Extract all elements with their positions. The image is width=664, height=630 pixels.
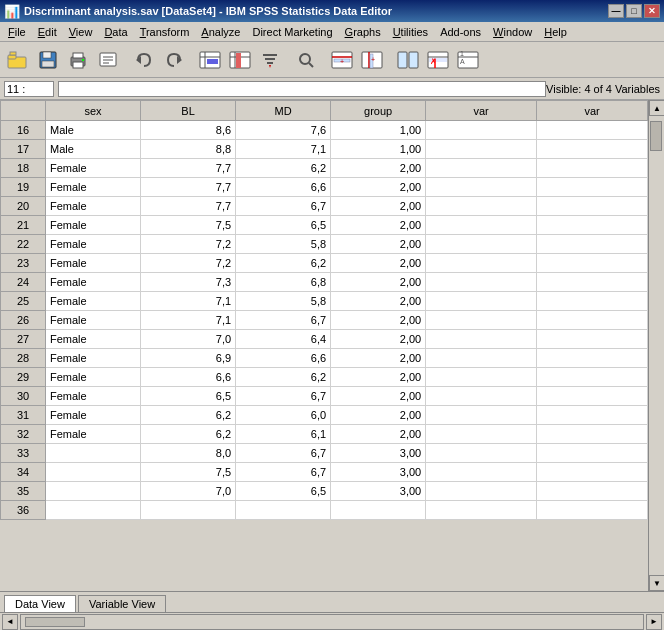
cell-var2[interactable] [537, 444, 648, 463]
row-number-cell[interactable]: 24 [1, 273, 46, 292]
row-number-cell[interactable]: 26 [1, 311, 46, 330]
cell-var1[interactable] [426, 216, 537, 235]
cell-group[interactable]: 2,00 [331, 349, 426, 368]
cell-group[interactable]: 2,00 [331, 425, 426, 444]
cell-group[interactable]: 2,00 [331, 292, 426, 311]
cell-MD[interactable]: 6,6 [236, 178, 331, 197]
value-labels-button[interactable]: 1A [454, 46, 482, 74]
cell-MD[interactable]: 6,0 [236, 406, 331, 425]
cell-MD[interactable]: 7,6 [236, 121, 331, 140]
row-number-cell[interactable]: 21 [1, 216, 46, 235]
split-file-button[interactable] [394, 46, 422, 74]
cell-group[interactable]: 2,00 [331, 273, 426, 292]
row-number-cell[interactable]: 34 [1, 463, 46, 482]
cell-MD[interactable]: 6,2 [236, 159, 331, 178]
col-header-MD[interactable]: MD [236, 101, 331, 121]
cell-var2[interactable] [537, 482, 648, 501]
cell-var2[interactable] [537, 349, 648, 368]
cell-group[interactable]: 3,00 [331, 463, 426, 482]
row-number-cell[interactable]: 16 [1, 121, 46, 140]
cell-var1[interactable] [426, 463, 537, 482]
cell-var1[interactable] [426, 444, 537, 463]
row-number-cell[interactable]: 27 [1, 330, 46, 349]
print-button[interactable] [64, 46, 92, 74]
cell-MD[interactable]: 6,7 [236, 463, 331, 482]
menu-help[interactable]: Help [538, 24, 573, 40]
menu-transform[interactable]: Transform [134, 24, 196, 40]
cell-sex[interactable]: Female [46, 235, 141, 254]
cell-MD[interactable]: 5,8 [236, 292, 331, 311]
cell-sex[interactable] [46, 463, 141, 482]
tab-variable-view[interactable]: Variable View [78, 595, 166, 612]
cell-BL[interactable]: 8,6 [141, 121, 236, 140]
row-number-cell[interactable]: 25 [1, 292, 46, 311]
cell-BL[interactable]: 8,0 [141, 444, 236, 463]
cell-var1[interactable] [426, 425, 537, 444]
cell-group[interactable]: 3,00 [331, 444, 426, 463]
cell-BL[interactable]: 7,1 [141, 311, 236, 330]
vertical-scrollbar[interactable]: ▲ ▼ [648, 100, 664, 591]
cell-BL[interactable]: 6,2 [141, 425, 236, 444]
recall-dialog-button[interactable] [94, 46, 122, 74]
cell-var1[interactable] [426, 501, 537, 520]
scroll-thumb[interactable] [650, 121, 662, 151]
cell-var1[interactable] [426, 292, 537, 311]
cell-group[interactable]: 2,00 [331, 387, 426, 406]
open-button[interactable] [4, 46, 32, 74]
menu-add-ons[interactable]: Add-ons [434, 24, 487, 40]
cell-BL[interactable]: 7,2 [141, 235, 236, 254]
cell-MD[interactable]: 6,1 [236, 425, 331, 444]
cell-MD[interactable]: 6,4 [236, 330, 331, 349]
menu-graphs[interactable]: Graphs [339, 24, 387, 40]
cell-BL[interactable]: 6,5 [141, 387, 236, 406]
cell-var2[interactable] [537, 121, 648, 140]
find-button[interactable] [292, 46, 320, 74]
cell-sex[interactable]: Female [46, 159, 141, 178]
cell-var1[interactable] [426, 273, 537, 292]
row-number-cell[interactable]: 20 [1, 197, 46, 216]
cell-BL[interactable]: 7,1 [141, 292, 236, 311]
cell-sex[interactable]: Male [46, 121, 141, 140]
scroll-right-button[interactable]: ► [646, 614, 662, 630]
cell-sex[interactable]: Female [46, 311, 141, 330]
cell-BL[interactable]: 7,2 [141, 254, 236, 273]
cell-MD[interactable]: 6,7 [236, 387, 331, 406]
cell-BL[interactable]: 6,6 [141, 368, 236, 387]
cell-sex[interactable]: Female [46, 216, 141, 235]
cell-sex[interactable]: Female [46, 273, 141, 292]
cell-sex[interactable] [46, 501, 141, 520]
cell-var1[interactable] [426, 406, 537, 425]
row-number-cell[interactable]: 22 [1, 235, 46, 254]
cell-var1[interactable] [426, 121, 537, 140]
cell-MD[interactable]: 6,8 [236, 273, 331, 292]
cell-var2[interactable] [537, 140, 648, 159]
maximize-button[interactable]: □ [626, 4, 642, 18]
cell-var2[interactable] [537, 273, 648, 292]
scroll-track[interactable] [649, 116, 664, 575]
cell-group[interactable]: 2,00 [331, 311, 426, 330]
cell-var1[interactable] [426, 178, 537, 197]
cell-sex[interactable]: Female [46, 292, 141, 311]
col-header-BL[interactable]: BL [141, 101, 236, 121]
row-number-cell[interactable]: 19 [1, 178, 46, 197]
cell-group[interactable]: 2,00 [331, 216, 426, 235]
cell-var2[interactable] [537, 292, 648, 311]
scroll-up-button[interactable]: ▲ [649, 100, 664, 116]
cell-group[interactable]: 2,00 [331, 406, 426, 425]
cell-group[interactable]: 2,00 [331, 254, 426, 273]
row-number-cell[interactable]: 32 [1, 425, 46, 444]
row-number-cell[interactable]: 28 [1, 349, 46, 368]
redo-button[interactable] [160, 46, 188, 74]
cell-var1[interactable] [426, 197, 537, 216]
row-number-cell[interactable]: 35 [1, 482, 46, 501]
row-number-cell[interactable]: 29 [1, 368, 46, 387]
cell-BL[interactable]: 6,2 [141, 406, 236, 425]
row-number-cell[interactable]: 36 [1, 501, 46, 520]
goto-case-button[interactable] [196, 46, 224, 74]
row-number-cell[interactable]: 31 [1, 406, 46, 425]
cell-BL[interactable]: 7,3 [141, 273, 236, 292]
cell-group[interactable]: 2,00 [331, 197, 426, 216]
save-button[interactable] [34, 46, 62, 74]
cell-MD[interactable]: 7,1 [236, 140, 331, 159]
cell-sex[interactable]: Female [46, 197, 141, 216]
